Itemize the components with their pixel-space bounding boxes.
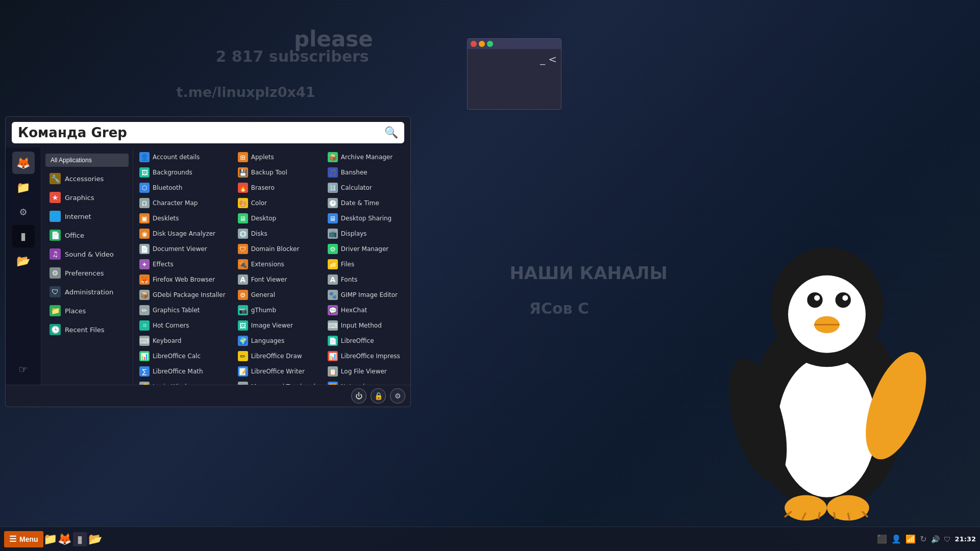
- app-account-details[interactable]: 👤 Account details: [135, 149, 230, 165]
- app-calculator[interactable]: 🔢 Calculator: [324, 180, 408, 195]
- app-gthumb[interactable]: 📷 gThumb: [234, 303, 320, 318]
- app-fonts[interactable]: A Fonts: [324, 272, 408, 287]
- app-label: LibreOffice Impress: [341, 353, 400, 360]
- apps-columns: 👤 Account details 🖼 Backgrounds ⬡ Blueto…: [133, 149, 410, 385]
- sidebar-icon-folder-green[interactable]: 📂: [12, 249, 35, 272]
- terminal-maximize-btn[interactable]: [487, 41, 493, 47]
- category-internet[interactable]: 🌐 Internet: [43, 207, 131, 226]
- app-hexchat[interactable]: 💬 HexChat: [324, 303, 408, 318]
- datetime-icon: 🕐: [328, 198, 338, 208]
- taskbar-terminal-icon[interactable]: ▮: [73, 532, 87, 546]
- app-libreoffice-writer[interactable]: 📝 LibreOffice Writer: [234, 364, 320, 379]
- app-mouse-touchpad[interactable]: 🖱 Mouse and Touchpad: [234, 379, 320, 385]
- app-banshee[interactable]: 🎵 Banshee: [324, 165, 408, 180]
- app-applets[interactable]: ⊞ Applets: [234, 149, 320, 165]
- app-disks[interactable]: 💿 Disks: [234, 226, 320, 241]
- desktop-icon: 🖥: [238, 213, 248, 223]
- app-desktop[interactable]: 🖥 Desktop: [234, 211, 320, 226]
- app-extensions[interactable]: 🔌 Extensions: [234, 257, 320, 272]
- app-label: gThumb: [251, 307, 276, 314]
- app-label: Desktop: [251, 215, 277, 222]
- image-viewer-icon: 🖼: [238, 320, 248, 331]
- app-desktop-sharing[interactable]: 🖥 Desktop Sharing: [324, 211, 408, 226]
- settings-button[interactable]: ⚙: [390, 388, 405, 404]
- app-font-viewer[interactable]: A Font Viewer: [234, 272, 320, 287]
- category-graphics[interactable]: ★ Graphics: [43, 188, 131, 207]
- app-input-method[interactable]: ⌨ Input Method: [324, 318, 408, 333]
- app-label: Hot Corners: [153, 322, 189, 329]
- app-driver-manager[interactable]: ⚙ Driver Manager: [324, 241, 408, 257]
- category-label: Preferences: [65, 269, 104, 277]
- app-document-viewer[interactable]: 📄 Document Viewer: [135, 241, 230, 257]
- app-keyboard[interactable]: ⌨ Keyboard: [135, 333, 230, 348]
- taskbar-folder-icon[interactable]: 📁: [44, 533, 57, 545]
- search-input[interactable]: [18, 125, 384, 140]
- account-details-icon: 👤: [139, 152, 150, 162]
- category-sound-video[interactable]: ♫ Sound & Video: [43, 245, 131, 263]
- sidebar-icon-pointer[interactable]: ☞: [12, 358, 35, 381]
- logout-button[interactable]: ⏻: [351, 388, 366, 404]
- all-applications-btn[interactable]: All Applications: [45, 154, 129, 167]
- app-effects[interactable]: ✦ Effects: [135, 257, 230, 272]
- svg-point-9: [842, 295, 848, 300]
- search-bar-area: 🔍: [6, 117, 410, 147]
- category-administration[interactable]: 🛡 Administration: [43, 283, 131, 301]
- terminal-close-btn[interactable]: [471, 41, 477, 47]
- taskbar-time: 21:32: [955, 535, 976, 543]
- category-label: Sound & Video: [65, 251, 114, 258]
- app-desklets[interactable]: ▣ Desklets: [135, 211, 230, 226]
- taskbar-right: ⬛ 👤 📶 ↻ 🔊 🛡 21:32: [877, 534, 976, 544]
- category-office[interactable]: 📄 Office: [43, 226, 131, 244]
- app-gimp[interactable]: 🐾 GIMP Image Editor: [324, 287, 408, 303]
- app-label: Displays: [341, 230, 366, 237]
- backup-icon: 💾: [238, 167, 248, 178]
- app-domain-blocker[interactable]: 🛡 Domain Blocker: [234, 241, 320, 257]
- app-libreoffice-math[interactable]: ∑ LibreOffice Math: [135, 364, 230, 379]
- app-libreoffice-calc[interactable]: 📊 LibreOffice Calc: [135, 348, 230, 364]
- sidebar-icon-terminal[interactable]: ▮: [12, 225, 35, 247]
- category-label: Graphics: [65, 194, 94, 202]
- category-accessories[interactable]: 🔧 Accessories: [43, 169, 131, 188]
- app-graphics-tablet[interactable]: ✏ Graphics Tablet: [135, 303, 230, 318]
- app-image-viewer[interactable]: 🖼 Image Viewer: [234, 318, 320, 333]
- svg-point-14: [785, 495, 827, 521]
- app-libreoffice[interactable]: 📄 LibreOffice: [324, 333, 408, 348]
- category-preferences[interactable]: ⚙ Preferences: [43, 264, 131, 282]
- terminal-minimize-btn[interactable]: [479, 41, 485, 47]
- category-places[interactable]: 📁 Places: [43, 302, 131, 320]
- app-hot-corners[interactable]: ⌗ Hot Corners: [135, 318, 230, 333]
- app-archive-manager[interactable]: 📦 Archive Manager: [324, 149, 408, 165]
- app-date-time[interactable]: 🕐 Date & Time: [324, 195, 408, 211]
- app-login-window[interactable]: 🔑 Login Window: [135, 379, 230, 385]
- app-displays[interactable]: 📺 Displays: [324, 226, 408, 241]
- app-backup-tool[interactable]: 💾 Backup Tool: [234, 165, 320, 180]
- search-button[interactable]: 🔍: [384, 126, 398, 139]
- firefox-icon: 🦊: [139, 274, 150, 285]
- sidebar-icon-firefox[interactable]: 🦊: [12, 152, 35, 174]
- app-brasero[interactable]: 🔥 Brasero: [234, 180, 320, 195]
- taskbar-firefox-icon[interactable]: 🦊: [59, 533, 71, 545]
- app-log-file-viewer[interactable]: 📋 Log File Viewer: [324, 364, 408, 379]
- app-gdebi[interactable]: 📦 GDebi Package Installer: [135, 287, 230, 303]
- category-recent-files[interactable]: 🕒 Recent Files: [43, 320, 131, 339]
- app-disk-usage[interactable]: ◉ Disk Usage Analyzer: [135, 226, 230, 241]
- app-general[interactable]: ⚙ General: [234, 287, 320, 303]
- app-label: LibreOffice: [341, 337, 374, 344]
- app-files[interactable]: 📁 Files: [324, 257, 408, 272]
- app-libreoffice-impress[interactable]: 📊 LibreOffice Impress: [324, 348, 408, 364]
- app-color[interactable]: 🎨 Color: [234, 195, 320, 211]
- menu-button[interactable]: ☰ Menu: [4, 531, 43, 547]
- fonts-icon: A: [328, 274, 338, 285]
- sidebar-icon-settings[interactable]: ⚙: [12, 201, 35, 223]
- app-character-map[interactable]: Ω Character Map: [135, 195, 230, 211]
- app-backgrounds[interactable]: 🖼 Backgrounds: [135, 165, 230, 180]
- app-network[interactable]: 📶 Network: [324, 379, 408, 385]
- app-bluetooth[interactable]: ⬡ Bluetooth: [135, 180, 230, 195]
- app-label: GDebi Package Installer: [153, 291, 226, 298]
- taskbar-files-icon[interactable]: 📂: [89, 533, 102, 545]
- app-languages[interactable]: 🌍 Languages: [234, 333, 320, 348]
- sidebar-icon-folder-orange[interactable]: 📁: [12, 176, 35, 198]
- lock-button[interactable]: 🔒: [371, 388, 386, 404]
- app-firefox[interactable]: 🦊 Firefox Web Browser: [135, 272, 230, 287]
- app-libreoffice-draw[interactable]: ✏ LibreOffice Draw: [234, 348, 320, 364]
